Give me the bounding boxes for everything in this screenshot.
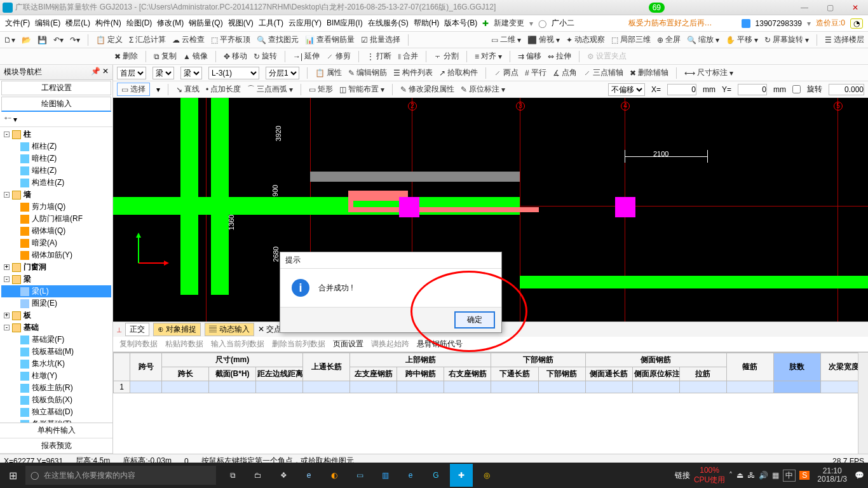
menu-view[interactable]: 视图(V)	[228, 18, 254, 29]
edit-rebar-button[interactable]: ✎编辑钢筋	[348, 67, 387, 78]
task-app-icon[interactable]: ❖	[272, 464, 295, 487]
tray-eject-icon[interactable]: ⏏	[736, 471, 743, 480]
tray-app-icon[interactable]: ▦	[772, 471, 779, 480]
stretch-button[interactable]: ⇔ 拉伸	[548, 51, 571, 62]
view-rebar-button[interactable]: 📊 查看钢筋量	[305, 34, 355, 45]
smart-layout-button[interactable]: ◫智能布置▾	[339, 84, 384, 95]
task-app-icon[interactable]: G	[424, 464, 447, 487]
rotate-input[interactable]	[829, 84, 864, 95]
credit-label[interactable]: 造价豆:0	[816, 18, 845, 29]
data-tab[interactable]: 输入当前列数据	[211, 339, 264, 349]
menu-component[interactable]: 构件(N)	[95, 18, 121, 29]
align-slab-button[interactable]: ⬚ 平齐板顶	[211, 34, 250, 45]
task-app-icon[interactable]: ✚	[450, 464, 473, 487]
sum-button[interactable]: Σ 汇总计算	[129, 34, 166, 45]
new-icon[interactable]: 🗋▾	[4, 36, 15, 44]
edit-beam-prop-button[interactable]: ✎修改梁段属性	[400, 84, 454, 95]
dim-button[interactable]: ⟷尺寸标注▾	[684, 67, 733, 78]
update-badge[interactable]: 69	[649, 3, 665, 13]
data-tab[interactable]: 删除当前列数据	[272, 339, 325, 349]
ortho-button[interactable]: 正交	[125, 323, 149, 336]
tree-wall[interactable]: 墙	[24, 189, 31, 200]
data-tab[interactable]: 悬臂钢筋代号	[417, 339, 463, 349]
dyninput-button[interactable]: ▤ 动态输入	[205, 323, 254, 336]
name-select[interactable]: L-3(1)	[208, 67, 259, 79]
component-list-button[interactable]: ☰构件列表	[393, 67, 433, 78]
intersect-button[interactable]: ✕ 交点	[258, 324, 281, 335]
local-3d-button[interactable]: ⬚ 局部三维	[611, 34, 651, 45]
tree-item[interactable]: 剪力墙(Q)	[32, 201, 65, 212]
close-button[interactable]: ✕	[843, 3, 868, 12]
tray-network-icon[interactable]: 🖧	[747, 471, 755, 480]
two-pt-button[interactable]: ⟋两点	[494, 67, 519, 78]
2d-button[interactable]: ▭ 二维▾	[491, 34, 521, 45]
task-app-icon[interactable]: ◐	[323, 464, 346, 487]
task-app-icon[interactable]: e	[399, 464, 422, 487]
del-axis-button[interactable]: ✖删除辅轴	[630, 67, 668, 78]
side-single-input[interactable]: 单构件输入	[0, 423, 112, 438]
mirror-button[interactable]: ▲ 镜像	[183, 51, 208, 62]
copy-button[interactable]: ⧉ 复制	[154, 51, 177, 62]
tab-draw-input[interactable]: 绘图输入	[1, 97, 111, 112]
task-app-icon[interactable]: ▥	[374, 464, 397, 487]
extend-button[interactable]: →| 延伸	[293, 51, 320, 62]
tree-item[interactable]: 筏板基础(M)	[32, 346, 74, 357]
offset-button[interactable]: ⇉ 偏移	[518, 51, 541, 62]
select-button[interactable]: ▭ 选择	[117, 83, 150, 96]
prop-button[interactable]: 📋属性	[315, 67, 342, 78]
orbit-button[interactable]: ✦ 动态观察	[566, 34, 605, 45]
inplace-dim-button[interactable]: ✎原位标注▾	[461, 84, 505, 95]
floor-select[interactable]: 首层	[117, 67, 146, 79]
layer-select[interactable]: 分层1	[266, 67, 299, 79]
menu-edit[interactable]: 编辑(E)	[35, 18, 60, 29]
parallel-button[interactable]: #平行	[525, 67, 546, 78]
three-pt-button[interactable]: ⟋三点辅轴	[583, 67, 623, 78]
tree-item[interactable]: 端柱(Z)	[32, 165, 57, 176]
merge-button[interactable]: ⫴ 合并	[398, 51, 418, 62]
rotate-screen-button[interactable]: ↻ 屏幕旋转▾	[764, 34, 809, 45]
line-button[interactable]: ↘直线	[176, 84, 200, 95]
menu-tip[interactable]: 板受力筋布置好之后再…	[628, 18, 712, 29]
tree-item[interactable]: 暗梁(A)	[32, 238, 57, 248]
batch-select-button[interactable]: ☑ 批量选择	[361, 34, 400, 45]
maximize-button[interactable]: ▢	[817, 3, 843, 12]
tree-item[interactable]: 人防门框墙(RF	[32, 214, 83, 224]
minimize-button[interactable]: —	[792, 3, 817, 12]
tree-foundation[interactable]: 基础	[24, 322, 39, 333]
tree-item[interactable]: 独立基础(D)	[32, 407, 73, 417]
fullscreen-button[interactable]: ⊕ 全屏	[657, 34, 681, 45]
menu-cloud[interactable]: 云应用(Y)	[288, 18, 322, 29]
tree-item[interactable]: 砌体加筋(Y)	[32, 250, 72, 261]
taskbar[interactable]: ⊞ ◯ 在这里输入你要搜索的内容 ⧉ 🗀 ❖ e ◐ ▭ ▥ e G ✚ ◎ 链…	[0, 463, 868, 488]
save-icon[interactable]: 💾	[37, 36, 47, 44]
find-element-button[interactable]: 🔍 查找图元	[257, 34, 299, 45]
menu-version[interactable]: 版本号(B)	[444, 18, 477, 29]
tree-item[interactable]: 暗柱(Z)	[32, 153, 57, 164]
tree-item[interactable]: 筏板负筋(X)	[32, 395, 72, 405]
menu-modify[interactable]: 修改(M)	[157, 18, 184, 29]
tray-clock[interactable]: 21:102018/1/3	[813, 467, 851, 484]
tree-column[interactable]: 柱	[24, 129, 31, 140]
tray-cpu[interactable]: 100%CPU使用	[694, 466, 725, 485]
delete-button[interactable]: ✖ 删除	[114, 51, 138, 62]
grid-scrollbar[interactable]	[858, 353, 868, 454]
menu-phone[interactable]: 13907298339	[756, 19, 802, 28]
offset-select[interactable]: 不偏移	[608, 83, 645, 96]
tab-project-setting[interactable]: 工程设置	[1, 81, 111, 95]
tree-opening[interactable]: 门窗洞	[24, 262, 46, 273]
tree-item[interactable]: 框柱(Z)	[32, 141, 57, 152]
tree-item[interactable]: 筏板主筋(R)	[32, 383, 73, 393]
data-tab[interactable]: 复制跨数据	[119, 339, 158, 349]
menu-user[interactable]: 广小二	[552, 18, 574, 29]
tree-item[interactable]: 柱墩(Y)	[32, 370, 57, 381]
y-input[interactable]	[738, 84, 767, 95]
zoom-button[interactable]: 🔍 缩放▾	[687, 34, 719, 45]
data-grid[interactable]: 跨号 尺寸(mm) 上通长筋 上部钢筋 下部钢筋 侧面钢筋 箍筋 肢数 次梁宽度…	[113, 352, 868, 454]
tray-ime[interactable]: 中	[783, 470, 796, 482]
tray-sogou-icon[interactable]: S	[799, 471, 810, 480]
select-floor-button[interactable]: ☰ 选择楼层	[825, 34, 864, 45]
menu-new-change[interactable]: 新建变更	[494, 18, 524, 29]
move-button[interactable]: ✥ 移动	[224, 51, 247, 62]
cloud-check-button[interactable]: ☁ 云检查	[172, 34, 205, 45]
tree-item[interactable]: 砌体墙(Q)	[32, 226, 65, 236]
